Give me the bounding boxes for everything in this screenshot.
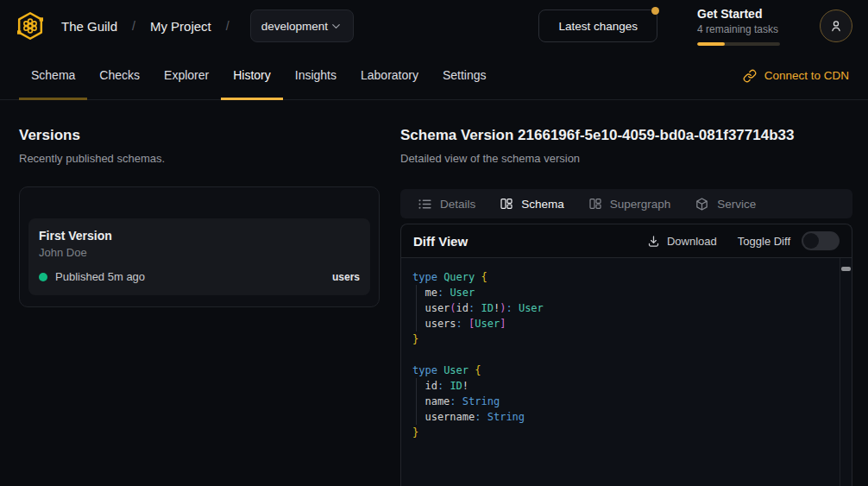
code-line: name: String <box>412 394 834 409</box>
connect-to-cdn-label: Connect to CDN <box>764 69 849 82</box>
tab-settings[interactable]: Settings <box>431 52 499 100</box>
toggle-diff-switch[interactable] <box>802 231 840 250</box>
panels-icon <box>500 197 513 211</box>
version-status-row: Published 5m ago users <box>39 270 360 283</box>
tab-checks[interactable]: Checks <box>87 52 152 100</box>
progress-fill <box>697 42 725 46</box>
code-line: id: ID! <box>412 378 834 394</box>
user-icon <box>828 18 844 34</box>
breadcrumb-org[interactable]: The Guild <box>61 19 117 34</box>
diff-header: Diff View Download Toggle Diff <box>401 224 852 257</box>
versions-title: Versions <box>19 127 380 144</box>
get-started-subtitle: 4 remaining tasks <box>697 23 780 35</box>
breadcrumb-separator: / <box>132 19 135 33</box>
tab-supergraph-label: Supergraph <box>610 198 671 211</box>
tab-laboratory[interactable]: Laboratory <box>349 52 431 100</box>
version-author: John Doe <box>39 246 360 259</box>
switch-knob <box>803 233 819 249</box>
version-name: First Version <box>39 229 360 243</box>
tab-schema[interactable]: Schema <box>19 52 87 100</box>
diff-view-title: Diff View <box>413 234 468 249</box>
code-block: type Query { me: User user(id: ID!): Use… <box>412 269 834 440</box>
hive-logo-icon[interactable] <box>14 9 47 42</box>
code-editor[interactable]: type Query { me: User user(id: ID!): Use… <box>401 257 852 486</box>
version-detail-title: Schema Version 2166196f-5e10-4059-bd0a-0… <box>400 127 852 144</box>
breadcrumb: The Guild / My Project / development <box>14 9 354 42</box>
version-service-badge: users <box>332 271 360 283</box>
breadcrumb-project[interactable]: My Project <box>150 19 211 34</box>
notification-dot <box>651 7 659 15</box>
code-line: users: [User] <box>412 316 834 331</box>
latest-changes-button[interactable]: Latest changes <box>538 9 657 42</box>
indent-guide <box>416 316 417 331</box>
chevron-down-icon <box>330 20 343 33</box>
tab-schema-view[interactable]: Schema <box>487 189 576 218</box>
link-icon <box>743 69 757 83</box>
toggle-diff-label: Toggle Diff <box>738 235 790 248</box>
published-status-dot <box>39 273 47 281</box>
indent-guide <box>416 300 417 316</box>
cube-icon <box>695 197 709 211</box>
latest-changes-label: Latest changes <box>558 20 638 33</box>
code-line <box>412 347 834 363</box>
indent-guide <box>416 285 417 300</box>
versions-card: First Version John Doe Published 5m ago … <box>19 186 380 307</box>
toggle-diff-group: Toggle Diff <box>738 231 840 250</box>
get-started-widget[interactable]: Get Started 4 remaining tasks <box>697 7 780 46</box>
tab-service[interactable]: Service <box>682 189 768 218</box>
download-label: Download <box>667 235 717 248</box>
target-navbar: Schema Checks Explorer History Insights … <box>0 52 868 100</box>
indent-guide <box>416 409 417 425</box>
indent-guide <box>416 394 417 409</box>
tab-details[interactable]: Details <box>406 189 487 218</box>
get-started-title: Get Started <box>697 7 780 21</box>
code-line: username: String <box>412 409 834 425</box>
tab-schema-view-label: Schema <box>521 198 564 211</box>
download-icon <box>647 235 660 248</box>
code-line: type Query { <box>412 269 834 285</box>
code-line: type User { <box>412 363 834 378</box>
version-list-item[interactable]: First Version John Doe Published 5m ago … <box>28 218 370 295</box>
versions-subtitle: Recently published schemas. <box>19 152 380 165</box>
tab-history[interactable]: History <box>221 52 283 100</box>
version-status: Published 5m ago <box>55 270 145 283</box>
connect-to-cdn-button[interactable]: Connect to CDN <box>743 52 849 99</box>
panels-icon <box>588 197 602 211</box>
nav-tabs: Schema Checks Explorer History Insights … <box>19 52 499 99</box>
user-avatar[interactable] <box>820 9 852 42</box>
get-started-progressbar <box>697 42 780 46</box>
tab-supergraph[interactable]: Supergraph <box>576 189 683 218</box>
version-detail-subtitle: Detailed view of the schema version <box>400 152 852 165</box>
environment-select-value: development <box>261 20 328 33</box>
code-line: } <box>412 331 834 347</box>
tab-service-label: Service <box>717 198 756 211</box>
code-line: user(id: ID!): User <box>412 300 834 316</box>
tab-insights[interactable]: Insights <box>283 52 349 100</box>
version-detail-tabs: Details Schema <box>400 189 852 218</box>
tab-explorer[interactable]: Explorer <box>152 52 221 100</box>
indent-guide <box>416 378 417 394</box>
breadcrumb-separator: / <box>226 19 230 33</box>
diff-panel: Diff View Download Toggle Diff <box>400 224 852 486</box>
code-line: } <box>412 425 834 440</box>
download-button[interactable]: Download <box>647 235 717 248</box>
version-detail-panel: Schema Version 2166196f-5e10-4059-bd0a-0… <box>400 127 852 486</box>
code-scrollbar[interactable] <box>840 258 852 486</box>
list-icon <box>418 197 432 211</box>
diff-actions: Download Toggle Diff <box>647 231 840 250</box>
main-content: Versions Recently published schemas. Fir… <box>0 100 868 486</box>
code-line: me: User <box>412 285 834 300</box>
scrollbar-thumb[interactable] <box>841 267 851 271</box>
header-actions: Latest changes Get Started 4 remaining t… <box>538 7 854 46</box>
environment-select[interactable]: development <box>250 9 354 42</box>
versions-panel: Versions Recently published schemas. Fir… <box>19 127 380 486</box>
app-header: The Guild / My Project / development Lat… <box>0 0 868 52</box>
tab-details-label: Details <box>440 198 475 211</box>
